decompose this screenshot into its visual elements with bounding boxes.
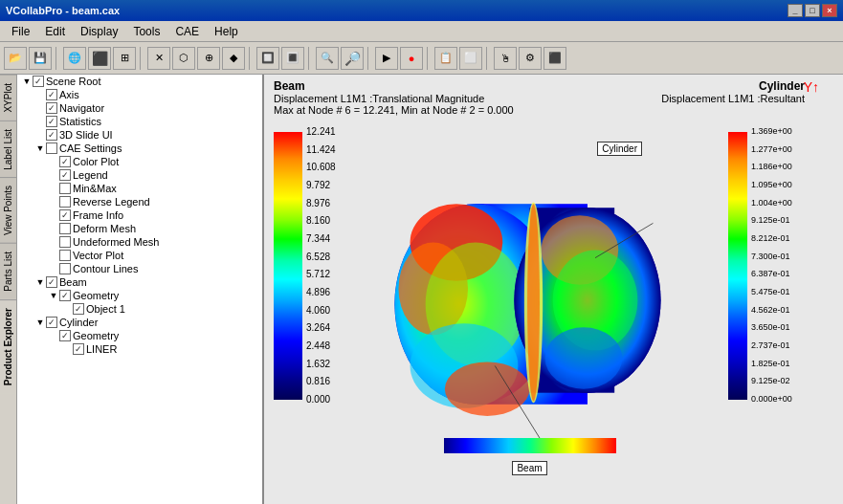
tree-node-beam-geometry[interactable]: ▼✓Geometry [17,289,262,302]
tree-node-axis[interactable]: ✓Axis [17,88,262,101]
tree-node-liner[interactable]: ✓LINER [17,342,262,356]
tree-checkbox-color-plot[interactable]: ✓ [59,156,71,167]
tb-copy[interactable]: 📋 [434,47,457,70]
tree-checkbox-minmax[interactable] [59,183,71,194]
tb-save[interactable]: 💾 [29,47,52,70]
tree-label-cylinder: Cylinder [59,317,98,328]
tab-partslist[interactable]: Parts List [0,243,16,299]
tb-frame[interactable]: 🔲 [256,47,279,70]
tree-checkbox-object-1[interactable]: ✓ [73,303,84,315]
tree-checkbox-legend[interactable]: ✓ [59,169,71,181]
tree-node-cylinder-geometry[interactable]: ✓Geometry [17,329,262,342]
tb-add[interactable]: ⊕ [197,47,220,70]
tree-checkbox-scene-root[interactable]: ✓ [33,76,44,87]
tab-productexplorer[interactable]: Product Explorer [0,299,16,393]
tree-label-vector-plot: Vector Plot [73,250,123,261]
tree-checkbox-deform-mesh[interactable] [59,223,71,234]
tree-node-reverse-legend[interactable]: Reverse Legend [17,195,262,208]
tree-node-statistics[interactable]: ✓Statistics [17,115,262,128]
tree-container: ▼✓Scene Root✓Axis✓Navigator✓Statistics✓3… [17,75,262,356]
tb-record[interactable]: ● [400,47,423,70]
tree-label-object-1: Object 1 [86,303,125,315]
tb-zoom2[interactable]: 🔎 [341,47,364,70]
tb-frame2[interactable]: 🔳 [281,47,304,70]
svg-point-7 [445,362,530,415]
tree-node-frame-info[interactable]: ✓Frame Info [17,208,262,222]
tree-checkbox-3d-slide-ui[interactable]: ✓ [46,129,57,141]
tree-label-axis: Axis [59,89,79,100]
tree-checkbox-cylinder[interactable]: ✓ [46,317,57,328]
tree-node-vector-plot[interactable]: Vector Plot [17,249,262,262]
tree-node-color-plot[interactable]: ✓Color Plot [17,155,262,168]
tree-checkbox-contour-lines[interactable] [59,263,71,274]
tb-select[interactable]: ⬛ [88,47,111,70]
tree-checkbox-cylinder-geometry[interactable]: ✓ [59,330,71,341]
tb-globe[interactable]: 🌐 [63,47,86,70]
tree-checkbox-axis[interactable]: ✓ [46,89,57,100]
menu-edit[interactable]: Edit [37,23,73,40]
legend-label-10: 4.060 [306,305,330,316]
close-button[interactable]: × [822,4,837,17]
tree-checkbox-frame-info[interactable]: ✓ [59,209,71,221]
tree-node-scene-root[interactable]: ▼✓Scene Root [17,75,262,88]
menu-file[interactable]: File [4,23,37,40]
legend-label-14: 0.816 [306,376,330,386]
tb-cursor[interactable]: 🖱 [494,47,517,70]
tree-expander-cae-settings[interactable]: ▼ [34,142,46,154]
maximize-button[interactable]: □ [805,4,820,17]
tree-expander-cylinder[interactable]: ▼ [34,317,46,328]
legend-label-7: 6.528 [306,252,330,262]
tb-box[interactable]: ⬜ [459,47,482,70]
tree-expander-color-plot [48,156,59,167]
tab-xyplot[interactable]: XYPlot [0,75,16,121]
tree-checkbox-statistics[interactable]: ✓ [46,116,57,127]
tb-poly[interactable]: ⬡ [172,47,195,70]
tb-settings[interactable]: ⚙ [519,47,542,70]
tree-node-minmax[interactable]: Min&Max [17,182,262,195]
tree-expander-contour-lines [48,263,59,274]
tree-expander-scene-root[interactable]: ▼ [21,76,33,87]
menu-tools[interactable]: Tools [125,23,167,40]
menu-help[interactable]: Help [207,23,246,40]
tree-node-deform-mesh[interactable]: Deform Mesh [17,222,262,235]
tree-label-beam-geometry: Geometry [73,290,119,301]
tree-expander-beam[interactable]: ▼ [34,276,46,288]
tb-play[interactable]: ▶ [375,47,398,70]
tree-node-object-1[interactable]: ✓Object 1 [17,302,262,316]
tb-open[interactable]: 📂 [4,47,27,70]
tb-diamond[interactable]: ◆ [222,47,245,70]
tree-label-color-plot: Color Plot [73,156,119,167]
tree-expander-beam-geometry[interactable]: ▼ [48,290,59,301]
right-legend-label-13: 1.825e-01 [751,359,790,368]
tree-checkbox-reverse-legend[interactable] [59,196,71,208]
tb-grid[interactable]: ⊞ [113,47,136,70]
legend-label-15: 0.000 [306,394,330,405]
tb-cut[interactable]: ✕ [147,47,170,70]
tab-labellist[interactable]: Label List [0,121,16,178]
tree-node-navigator[interactable]: ✓Navigator [17,101,262,115]
tree-checkbox-liner[interactable]: ✓ [73,343,84,355]
tree-node-undeformed-mesh[interactable]: Undeformed Mesh [17,235,262,249]
tree-checkbox-beam-geometry[interactable]: ✓ [59,290,71,301]
tree-checkbox-navigator[interactable]: ✓ [46,102,57,114]
tab-viewpoints[interactable]: View Points [0,177,16,243]
tb-zoom[interactable]: 🔍 [316,47,339,70]
viewport[interactable]: Beam Displacement L1M1 :Translational Ma… [264,75,843,504]
tree-node-legend[interactable]: ✓Legend [17,168,262,182]
tree-node-beam[interactable]: ▼✓Beam [17,275,262,289]
menu-cae[interactable]: CAE [167,23,207,40]
tree-node-cae-settings[interactable]: ▼CAE Settings [17,142,262,155]
tree-checkbox-cae-settings[interactable] [46,142,57,154]
right-legend-label-0: 1.369e+00 [751,126,792,136]
right-legend-label-8: 6.387e-01 [751,269,790,278]
tree-node-3d-slide-ui[interactable]: ✓3D Slide UI [17,128,262,142]
tree-node-cylinder[interactable]: ▼✓Cylinder [17,316,262,329]
tree-node-contour-lines[interactable]: Contour Lines [17,262,262,275]
tree-checkbox-beam[interactable]: ✓ [46,276,57,288]
tree-checkbox-vector-plot[interactable] [59,250,71,261]
tree-checkbox-undeformed-mesh[interactable] [59,236,71,248]
tree-expander-statistics [34,116,46,127]
minimize-button[interactable]: _ [788,4,803,17]
tb-dark[interactable]: ⬛ [544,47,566,70]
menu-display[interactable]: Display [73,23,125,40]
